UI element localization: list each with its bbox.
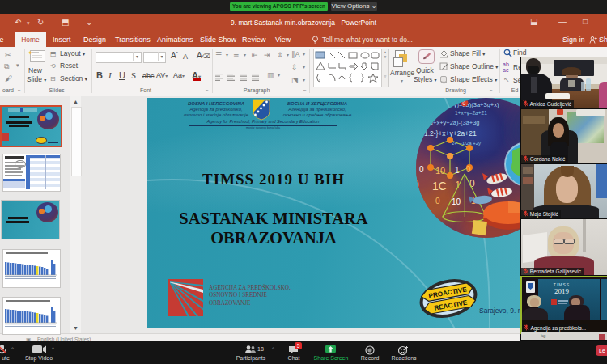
- svg-text:1+x+y=2a+21: 1+x+y=2a+21: [455, 110, 487, 116]
- svg-text:1C: 1C: [432, 180, 447, 193]
- svg-text:0: 0: [416, 178, 419, 191]
- svg-text:10: 10: [452, 197, 461, 206]
- svg-text:l\il(N+x+y+2a)-(3a+3g: l\il(N+x+y+2a)-(3a+3g: [421, 119, 480, 126]
- svg-text:1(x+y)=2a)(3a+3g+x): 1(x+y)=2a)(3a+3g+x): [442, 101, 499, 108]
- svg-text:{x-1.2-}+x+y+2a+21: {x-1.2-}+x+y+2a+21: [416, 129, 477, 138]
- svg-text:1: 1: [455, 179, 461, 191]
- svg-text:2+—1/2a +2y: 2+—1/2a +2y: [452, 141, 481, 146]
- svg-text:0: 0: [469, 178, 475, 189]
- svg-text:0: 0: [419, 165, 424, 174]
- svg-text:0: 0: [435, 197, 440, 205]
- svg-text:10: 10: [435, 166, 445, 176]
- svg-text:1: 1: [455, 166, 460, 175]
- svg-text:0: 0: [466, 165, 471, 174]
- svg-text:0: 0: [463, 100, 466, 106]
